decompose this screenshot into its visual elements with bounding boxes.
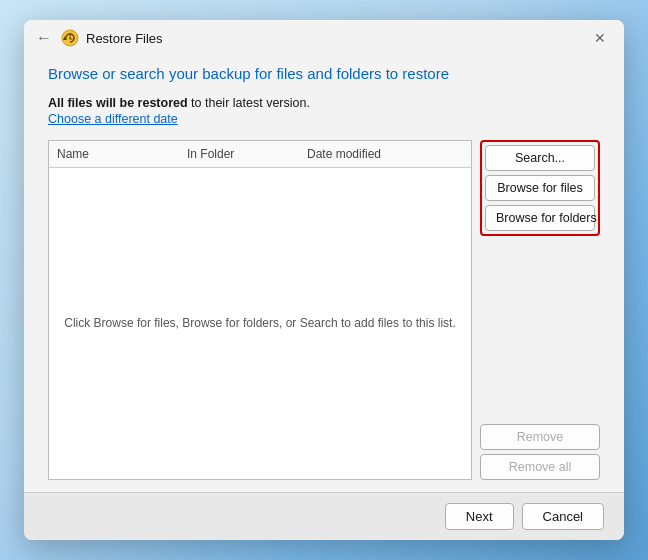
browse-files-button[interactable]: Browse for files	[485, 175, 595, 201]
restore-suffix: to their latest version.	[188, 96, 310, 110]
title-bar: ← Restore Files ✕	[24, 20, 624, 52]
col-folder: In Folder	[179, 145, 299, 163]
dialog-content: Browse or search your backup for files a…	[24, 52, 624, 492]
restore-files-dialog: ← Restore Files ✕ Browse or search your …	[24, 20, 624, 540]
side-buttons: Search... Browse for files Browse for fo…	[480, 140, 600, 481]
col-date: Date modified	[299, 145, 471, 163]
search-button[interactable]: Search...	[485, 145, 595, 171]
svg-rect-3	[70, 39, 73, 40]
dialog-footer: Next Cancel	[24, 492, 624, 540]
main-heading: Browse or search your backup for files a…	[48, 64, 600, 84]
browse-folders-button[interactable]: Browse for folders	[485, 205, 595, 231]
remove-button-group: Remove Remove all	[480, 424, 600, 480]
remove-button[interactable]: Remove	[480, 424, 600, 450]
highlighted-button-group: Search... Browse for files Browse for fo…	[480, 140, 600, 236]
restore-bold: All files will be restored	[48, 96, 188, 110]
restore-icon	[60, 28, 80, 48]
remove-all-button[interactable]: Remove all	[480, 454, 600, 480]
svg-rect-2	[70, 34, 71, 39]
dialog-title: Restore Files	[86, 31, 612, 46]
file-list: Name In Folder Date modified Click Brows…	[48, 140, 472, 481]
main-area: Name In Folder Date modified Click Brows…	[48, 140, 600, 481]
back-button[interactable]: ←	[36, 29, 52, 47]
restore-info: All files will be restored to their late…	[48, 96, 600, 110]
close-button[interactable]: ✕	[586, 28, 614, 48]
choose-date-link[interactable]: Choose a different date	[48, 112, 600, 126]
table-header: Name In Folder Date modified	[49, 141, 471, 168]
col-name: Name	[49, 145, 179, 163]
next-button[interactable]: Next	[445, 503, 514, 530]
empty-message: Click Browse for files, Browse for folde…	[64, 316, 455, 330]
file-list-body: Click Browse for files, Browse for folde…	[49, 168, 471, 480]
cancel-button[interactable]: Cancel	[522, 503, 604, 530]
